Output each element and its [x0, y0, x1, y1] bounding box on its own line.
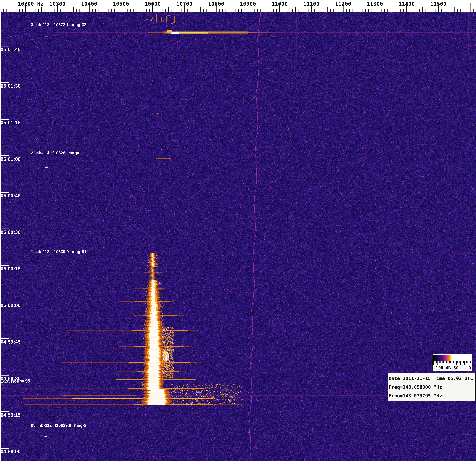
- overlay-layer: Last hour= 95 -100 dB -50 0 Date=2011-11…: [0, 0, 476, 461]
- colorbar-gradient: [433, 355, 471, 361]
- freq-tick-label: 10500: [113, 1, 129, 7]
- info-echo-frequency: Echo=143.039795 MHz: [389, 392, 475, 400]
- meteor-event-marker: [45, 36, 48, 37]
- time-tick-line: [0, 338, 9, 339]
- info-frequency: Freq=143.050000 MHz: [389, 383, 475, 392]
- time-tick-line: [0, 192, 9, 193]
- time-tick-label: 05:00:30: [1, 229, 21, 235]
- meteor-event-label: 95 nb-112 f10639.9 mag-2: [31, 423, 86, 428]
- freq-tick-label: 10400: [81, 1, 97, 7]
- info-date-time: Date=2011-11-15 Time=05:02 UTC: [389, 374, 475, 383]
- time-tick-line: [0, 229, 9, 229]
- time-tick-line: [0, 302, 9, 302]
- colorbar-max-label: 0: [468, 366, 471, 370]
- freq-tick-label: 10300: [49, 1, 66, 7]
- meteor-event-label: 2 nb-114 f10628 mag0: [31, 151, 79, 155]
- time-tick-label: 04:59:30: [1, 376, 21, 381]
- time-tick-label: 05:01:15: [1, 120, 21, 125]
- time-tick-line: [0, 375, 9, 376]
- freq-tick-label: 11000: [272, 1, 288, 7]
- freq-tick-label: 11300: [367, 1, 383, 7]
- meteor-event-marker: [44, 436, 47, 437]
- freq-tick-label: 10200 Hz: [18, 1, 44, 7]
- colorbar-legend: -100 dB -50 0: [433, 354, 472, 371]
- time-tick-label: 05:00:45: [1, 193, 21, 198]
- time-tick-label: 05:01:30: [1, 83, 21, 89]
- time-tick-line: [0, 119, 9, 120]
- info-box: Date=2011-11-15 Time=05:02 UTC Freq=143.…: [388, 373, 476, 401]
- time-tick-label: 05:00:00: [1, 302, 21, 308]
- time-tick-line: [0, 411, 9, 412]
- colorbar-mid-label: -50: [451, 366, 459, 370]
- freq-tick-label: 10900: [240, 1, 256, 7]
- time-tick-line: [0, 82, 9, 83]
- freq-tick-label: 11400: [399, 1, 415, 7]
- time-tick-line: [0, 448, 9, 449]
- meteor-event-label: 3 nb-113 f10672.1 mag-32: [31, 22, 86, 27]
- time-tick-label: 05:00:15: [1, 266, 21, 272]
- meteor-spectrogram-screen: Last hour= 95 -100 dB -50 0 Date=2011-11…: [0, 0, 476, 461]
- time-tick-line: [0, 46, 9, 46]
- time-tick-label: 04:59:15: [1, 412, 21, 418]
- meteor-event-marker: [45, 167, 48, 168]
- colorbar-ruler: [433, 361, 471, 366]
- time-tick-line: [0, 155, 9, 156]
- freq-tick-label: 10800: [208, 1, 224, 7]
- colorbar-labels: -100 dB -50 0: [433, 366, 472, 371]
- time-tick-label: 05:01:00: [1, 156, 21, 162]
- freq-tick-label: 11100: [303, 1, 320, 7]
- colorbar-min-label: -100 dB: [433, 366, 451, 370]
- time-tick-label: 04:59:00: [1, 449, 21, 454]
- freq-tick-label: 11500: [430, 1, 447, 7]
- freq-tick-label: 11200: [335, 1, 351, 7]
- freq-tick-label: 10600: [145, 1, 161, 7]
- time-tick-line: [0, 265, 9, 266]
- time-tick-label: 05:01:45: [1, 47, 21, 52]
- meteor-event-label: 1 nb-113 f10639.9 mag-51: [31, 249, 86, 254]
- freq-tick-label: 10700: [176, 1, 193, 7]
- time-tick-label: 04:59:45: [1, 339, 21, 345]
